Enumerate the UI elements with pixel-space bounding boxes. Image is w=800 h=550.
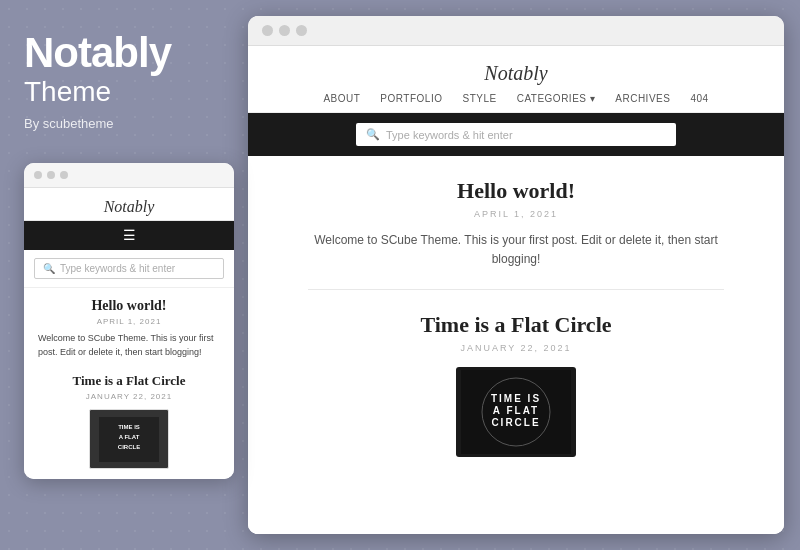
mobile-content: Hello world! APRIL 1, 2021 Welcome to SC… (24, 288, 234, 479)
desktop-posts: Hello world! APRIL 1, 2021 Welcome to SC… (248, 156, 784, 534)
mobile-thumbnail: TIME IS A FLAT CIRCLE (89, 409, 169, 469)
nav-style[interactable]: STYLE (462, 93, 496, 104)
desktop-search-bar: 🔍 Type keywords & hit enter (248, 113, 784, 156)
desktop-mockup: Notably ABOUT PORTFOLIO STYLE CATEGORIES… (248, 16, 784, 534)
nav-categories[interactable]: CATEGORIES ▾ (517, 93, 596, 104)
desktop-thumbnail: TIME IS A FLAT CIRCLE (456, 367, 576, 457)
desktop-inner: Notably ABOUT PORTFOLIO STYLE CATEGORIES… (248, 46, 784, 534)
brand-subtitle: Theme (24, 76, 224, 108)
mobile-titlebar (24, 163, 234, 188)
desktop-site-title: Notably (248, 62, 784, 85)
mobile-search-bar: 🔍 Type keywords & hit enter (24, 250, 234, 288)
search-icon: 🔍 (43, 263, 55, 274)
dot-red (34, 171, 42, 179)
nav-portfolio[interactable]: PORTFOLIO (380, 93, 442, 104)
mobile-header: Notably (24, 188, 234, 221)
mobile-site-title: Notably (24, 198, 234, 216)
svg-text:A FLAT: A FLAT (493, 405, 539, 416)
desktop-site-header: Notably ABOUT PORTFOLIO STYLE CATEGORIES… (248, 46, 784, 113)
desktop-post1: Hello world! APRIL 1, 2021 Welcome to SC… (308, 156, 724, 290)
desktop-post1-title: Hello world! (308, 178, 724, 204)
nav-archives[interactable]: ARCHIVES (615, 93, 670, 104)
mobile-post2-date: JANUARY 22, 2021 (38, 392, 220, 401)
desktop-dot-2 (279, 25, 290, 36)
brand-author: By scubetheme (24, 116, 224, 131)
svg-text:CIRCLE: CIRCLE (118, 444, 140, 450)
svg-text:A FLAT: A FLAT (119, 434, 140, 440)
nav-about[interactable]: ABOUT (323, 93, 360, 104)
desktop-search-icon: 🔍 (366, 128, 380, 141)
mobile-menu-bar: ☰ (24, 221, 234, 250)
mobile-post2-title: Time is a Flat Circle (38, 373, 220, 389)
desktop-post1-text: Welcome to SCube Theme. This is your fir… (308, 231, 724, 269)
dot-yellow (47, 171, 55, 179)
desktop-titlebar (248, 16, 784, 46)
desktop-search-placeholder: Type keywords & hit enter (386, 129, 513, 141)
desktop-post2-title: Time is a Flat Circle (308, 312, 724, 338)
mobile-search-box: 🔍 Type keywords & hit enter (34, 258, 224, 279)
nav-404[interactable]: 404 (690, 93, 708, 104)
desktop-dot-3 (296, 25, 307, 36)
mobile-post1-date: APRIL 1, 2021 (38, 317, 220, 326)
left-panel: Notably Theme By scubetheme Notably ☰ 🔍 … (0, 0, 248, 550)
desktop-nav: ABOUT PORTFOLIO STYLE CATEGORIES ▾ ARCHI… (248, 93, 784, 104)
hamburger-icon[interactable]: ☰ (123, 227, 136, 244)
desktop-post2-date: JANUARY 22, 2021 (308, 343, 724, 353)
svg-text:CIRCLE: CIRCLE (491, 417, 540, 428)
desktop-search-input-wrap[interactable]: 🔍 Type keywords & hit enter (356, 123, 676, 146)
mobile-search-placeholder: Type keywords & hit enter (60, 263, 175, 274)
desktop-post1-date: APRIL 1, 2021 (308, 209, 724, 219)
brand-title: Notably (24, 30, 224, 76)
desktop-post2: Time is a Flat Circle JANUARY 22, 2021 T… (308, 290, 724, 467)
desktop-mockup-wrapper: Notably ABOUT PORTFOLIO STYLE CATEGORIES… (248, 0, 800, 550)
mobile-post1-title: Hello world! (38, 298, 220, 314)
svg-text:TIME IS: TIME IS (491, 393, 541, 404)
mobile-post1-text: Welcome to SCube Theme. This is your fir… (38, 332, 220, 359)
desktop-dot-1 (262, 25, 273, 36)
svg-text:TIME IS: TIME IS (118, 424, 140, 430)
dot-green (60, 171, 68, 179)
mobile-mockup: Notably ☰ 🔍 Type keywords & hit enter He… (24, 163, 234, 479)
